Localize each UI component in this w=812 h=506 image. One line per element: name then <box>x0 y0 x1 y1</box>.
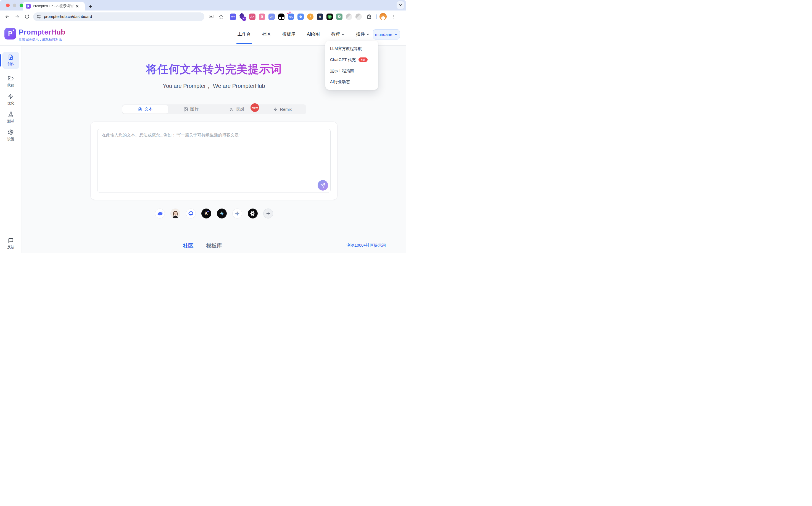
zap-icon <box>8 93 14 99</box>
gear-icon <box>8 129 14 135</box>
tab-search-button[interactable] <box>396 1 404 9</box>
nav-workbench[interactable]: 工作台 <box>238 31 251 37</box>
extension-6k-icon[interactable]: 6K <box>288 13 294 20</box>
deepseek-whale-icon[interactable] <box>155 208 165 219</box>
tab-image[interactable]: 图片 <box>168 105 214 114</box>
address-bar[interactable]: prompterhub.cn/dashboard <box>33 12 204 21</box>
extension-lambda-icon[interactable]: Λ <box>317 13 323 20</box>
sidebar: 创作 我的 优化 测试 设置 <box>0 46 22 253</box>
url-text[interactable]: prompterhub.cn/dashboard <box>44 14 92 19</box>
brand-tagline: 汇聚完美提示，成就精彩对话 <box>19 37 65 42</box>
nav-plugins[interactable]: 插件 <box>356 31 370 37</box>
gemini-star-icon[interactable] <box>232 208 242 219</box>
extension-jh-icon[interactable]: JH <box>268 13 275 20</box>
add-model-button[interactable] <box>263 208 273 219</box>
bookmark-star-icon[interactable] <box>217 13 225 20</box>
toolbar-divider <box>376 14 377 19</box>
chevron-down-icon <box>366 32 370 36</box>
chevron-down-icon <box>394 32 398 36</box>
tab-title: PrompterHub - AI提示词管理平 <box>33 4 74 9</box>
extension-translate-icon[interactable]: 文A <box>249 13 256 20</box>
sidebar-item-optimize[interactable]: 优化 <box>2 93 19 106</box>
tab-text[interactable]: 文本 <box>122 105 168 114</box>
flask-icon <box>8 111 14 117</box>
bottom-tab-community[interactable]: 社区 <box>183 242 194 249</box>
extension-bird-icon[interactable] <box>297 13 304 20</box>
sidebar-item-feedback[interactable]: 反馈 <box>0 234 22 253</box>
image-icon <box>184 107 188 111</box>
tab-close-icon[interactable] <box>75 4 80 9</box>
brand-name: PrompterHub <box>19 27 65 37</box>
girl-avatar-icon[interactable] <box>170 208 180 219</box>
tab-strip: P PrompterHub - AI提示词管理平 <box>0 0 406 10</box>
username: mundane <box>375 32 392 37</box>
logo-letter: P <box>8 30 12 37</box>
nav-ai-drawing[interactable]: AI绘图 <box>307 31 320 37</box>
browser-toolbar: prompterhub.cn/dashboard TDK 12 文A B JH … <box>0 10 406 23</box>
page-subtitle: You are Prompter， We are PrompterHub <box>163 82 265 90</box>
nav-templates[interactable]: 模板库 <box>282 31 295 37</box>
extension-gpt-share-icon[interactable] <box>336 13 343 20</box>
folder-open-icon <box>8 75 14 81</box>
browser-menu-icon[interactable] <box>389 13 397 20</box>
prompterhub-logo-icon: P ✦ <box>4 28 16 39</box>
menu-item-chatgpt-recharge[interactable]: ChatGPT 代充 hot <box>325 54 378 65</box>
zap-icon <box>273 107 278 111</box>
kimi-dot <box>207 211 209 212</box>
sidebar-item-mine[interactable]: 我的 <box>2 75 19 88</box>
openai-icon[interactable] <box>248 208 258 219</box>
composer-tabs: 文本 图片 灵感 NEW Remix <box>122 104 306 114</box>
extension-b-icon[interactable]: B <box>259 13 265 20</box>
nav-community[interactable]: 社区 <box>262 31 271 37</box>
extension-green-dot-icon[interactable] <box>327 13 333 20</box>
site-settings-icon[interactable] <box>36 14 41 19</box>
extensions-puzzle-icon[interactable] <box>365 13 373 20</box>
extension-badge: 12 <box>242 17 246 21</box>
tutorials-dropdown-menu: LLM官方教程导航 ChatGPT 代充 hot 提示工程指南 AI行业动态 <box>325 40 378 90</box>
section-divider <box>43 253 399 253</box>
sparkles-icon <box>229 107 234 111</box>
prompt-input[interactable] <box>97 129 330 193</box>
install-app-icon[interactable] <box>207 13 215 20</box>
menu-item-llm-tutorials[interactable]: LLM官方教程导航 <box>325 43 378 54</box>
composer-card <box>90 121 338 200</box>
sidebar-item-settings[interactable]: 设置 <box>2 129 19 142</box>
hot-badge: hot <box>359 58 367 62</box>
reload-button[interactable] <box>23 13 31 20</box>
menu-item-ai-industry-news[interactable]: AI行业动态 <box>325 76 378 87</box>
close-window-button[interactable] <box>6 4 10 7</box>
back-button[interactable] <box>3 13 11 20</box>
profile-avatar[interactable] <box>379 13 387 20</box>
brand[interactable]: P ✦ PrompterHub 汇聚完美提示，成就精彩对话 <box>4 26 65 42</box>
extension-purple-arrows-icon[interactable]: 12 <box>240 13 246 20</box>
browser-tab[interactable]: P PrompterHub - AI提示词管理平 <box>23 2 85 10</box>
file-text-icon <box>138 107 142 111</box>
tab-inspiration[interactable]: 灵感 NEW <box>214 105 260 114</box>
tab-favicon-icon: P <box>26 4 31 9</box>
extension-clock-icon[interactable] <box>307 13 313 20</box>
bottom-section-header: 社区 模板库 浏览1000+社区提示词 <box>22 242 406 249</box>
extension-disabled-icon[interactable] <box>346 13 352 20</box>
minimize-window-button[interactable] <box>13 4 17 7</box>
new-tab-button[interactable] <box>87 3 94 10</box>
forward-button[interactable] <box>13 13 21 20</box>
extension-panda-icon[interactable] <box>278 13 284 20</box>
sidebar-item-test[interactable]: 测试 <box>2 111 19 124</box>
tab-remix[interactable]: Remix <box>260 105 305 114</box>
extension-6k-label: 6K <box>289 15 292 18</box>
sidebar-item-create[interactable]: 创作 <box>2 52 19 69</box>
kimi-model-icon[interactable]: K <box>201 208 211 219</box>
menu-item-prompt-engineering-guide[interactable]: 提示工程指南 <box>325 65 378 76</box>
extension-disabled-icon[interactable] <box>355 13 362 20</box>
composer-input-wrap <box>97 129 331 193</box>
gradient-star-model-icon[interactable] <box>217 208 227 219</box>
bottom-tab-templates[interactable]: 模板库 <box>206 242 222 249</box>
extension-tdk-icon[interactable]: TDK <box>230 13 236 20</box>
nav-tutorials[interactable]: 教程 <box>331 31 345 37</box>
user-menu-button[interactable]: mundane <box>373 29 400 39</box>
chevron-up-icon <box>341 32 345 36</box>
new-badge: NEW <box>251 103 259 112</box>
blue-ring-model-icon[interactable] <box>186 208 196 219</box>
file-text-icon <box>8 54 14 60</box>
browse-community-prompts-link[interactable]: 浏览1000+社区提示词 <box>347 243 386 248</box>
